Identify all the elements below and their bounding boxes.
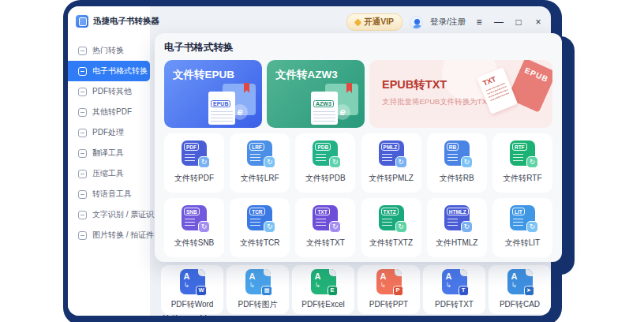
sidebar-item-ocr[interactable]: 文字识别 / 票证识别 (68, 204, 150, 225)
ocr-icon (78, 211, 87, 219)
convert-tile[interactable]: PMLZ ↻ 文件转PMLZ (361, 133, 421, 193)
letter-a-glyph: A (380, 271, 387, 281)
user-avatar[interactable] (410, 16, 423, 29)
convert-tile-label: 文件HTMLZ (427, 238, 487, 249)
format-doc-icon: TCR ↻ (247, 205, 272, 230)
sidebar-item-label: 热门转换 (92, 45, 124, 56)
format-doc-icon: LRF ↻ (247, 140, 272, 166)
close-icon[interactable]: × (532, 16, 545, 28)
sidebar-item-audio[interactable]: 转语音工具 (68, 184, 150, 204)
format-doc-icon: LIT ↻ (510, 205, 535, 230)
letter-a-glyph: A (249, 271, 256, 281)
refresh-icon: ↻ (198, 156, 210, 168)
target-format-chip: ➤ (524, 286, 534, 296)
pdf-convert-tile[interactable]: A ↳ W PDF转Word (161, 265, 223, 314)
hero-card-file-to-azw3[interactable]: 文件转AZW3 AZW3 e (267, 60, 365, 128)
format-badge: RB (447, 143, 459, 151)
pdf-doc-icon: A ↳ ➤ (507, 269, 533, 294)
compress-icon (78, 170, 87, 178)
sidebar-item-label: 转语音工具 (92, 189, 132, 200)
sidebar-item-label: 图片转换 / 拍证件照 (92, 230, 162, 241)
refresh-icon: ↻ (198, 221, 210, 233)
convert-tile[interactable]: PDB ↻ 文件转PDB (295, 133, 355, 193)
sidebar-item-ebook[interactable]: 电子书格式转换 (68, 61, 150, 81)
pdf-convert-tile-label: PDF转PPT (358, 299, 420, 310)
convert-tile[interactable]: SNB ↻ 文件转SNB (164, 198, 224, 257)
translate-icon (78, 149, 87, 158)
sidebar-item-pdf-to-other[interactable]: PDF转其他 (68, 81, 150, 102)
minimize-icon[interactable]: — (492, 16, 505, 28)
pdf-edit-icon (78, 129, 87, 137)
convert-tile[interactable]: PDF ↻ 文件转PDF (164, 133, 224, 193)
sidebar-item-pdf-edit[interactable]: PDF处理 (68, 122, 150, 143)
convert-tile[interactable]: HTMLZ ↻ 文件HTMLZ (427, 198, 487, 257)
pdf-doc-icon: A ↳ T (442, 269, 467, 294)
format-badge: TXTZ (381, 208, 399, 215)
format-doc-icon: HTMLZ ↻ (444, 205, 470, 230)
sidebar-item-label: 翻译工具 (92, 148, 124, 159)
convert-tile[interactable]: TXTZ ↻ 文件转TXTZ (361, 198, 421, 257)
format-badge: TXT (315, 208, 329, 215)
convert-tile[interactable]: LIT ↻ 文件转LIT (492, 198, 552, 257)
menu-icon[interactable]: ≡ (473, 16, 485, 28)
convert-tile-label: 文件转LRF (230, 173, 290, 184)
convert-arrow-icon: ↳ (315, 281, 321, 289)
pdf-convert-tile[interactable]: A ↳ T PDF转TXT (423, 265, 485, 314)
refresh-icon: ↻ (329, 221, 341, 233)
pdf-convert-tile[interactable]: A ↳ E PDF转Excel (292, 265, 354, 314)
convert-tile[interactable]: TXT ↻ 文件转TXT (295, 198, 355, 257)
pdf-convert-tile[interactable]: A ↳ P PDF转PPT (358, 265, 420, 314)
pdf-convert-tile[interactable]: A ↳ ➤ PDF转CAD (489, 265, 551, 314)
refresh-icon: ↻ (329, 156, 341, 168)
convert-tile-label: 文件转PDB (295, 173, 355, 184)
login-register-link[interactable]: 登录/注册 (430, 17, 466, 28)
format-doc-icon: SNB ↻ (182, 205, 207, 230)
sidebar-item-image[interactable]: 图片转换 / 拍证件照 (68, 225, 150, 245)
convert-tile[interactable]: RTF ↻ 文件转RTF (492, 133, 552, 193)
ebook-format-panel: 电子书格式转换 文件转EPUB EPUB e 文件转AZW3 AZW3 e (155, 33, 562, 262)
convert-arrow-icon: ↳ (446, 281, 452, 289)
pdf-doc-icon: A ↳ ▦ (245, 269, 271, 294)
target-format-chip: E (328, 286, 338, 296)
format-badge: EPUB (211, 100, 230, 107)
image-icon (78, 231, 87, 240)
sidebar-item-label: 电子书格式转换 (92, 66, 148, 77)
refresh-icon: ↻ (264, 156, 275, 168)
sidebar-item-translate[interactable]: 翻译工具 (68, 143, 150, 163)
pdf-convert-tile[interactable]: A ↳ ▦ PDF转图片 (227, 265, 289, 314)
format-badge: PDB (315, 143, 331, 151)
format-doc-icon: PDB ↻ (313, 140, 338, 166)
ebook-icon (78, 67, 87, 76)
hero-card-epub-to-txt[interactable]: EPUB转TXT 支持批量将EPUB文件转换为TXT格式 EPUB TXT (369, 60, 552, 128)
hero-card-label: EPUB转TXT (382, 77, 447, 92)
audio-icon (78, 190, 87, 199)
convert-arrow-icon: ↳ (380, 281, 387, 289)
app-logo-row: 迅捷电子书转换器 (68, 6, 150, 36)
convert-tile-label: 文件转TXT (295, 238, 355, 249)
sidebar-item-other-to-pdf[interactable]: 其他转PDF (68, 102, 150, 122)
hero-card-file-to-epub[interactable]: 文件转EPUB EPUB e (164, 60, 262, 128)
vip-label: 开通VIP (364, 17, 394, 28)
sidebar-item-fire[interactable]: 热门转换 (68, 40, 150, 61)
bookmark-icon (346, 83, 352, 93)
sidebar-item-compress[interactable]: 压缩工具 (68, 163, 150, 184)
convert-tile[interactable]: LRF ↻ 文件转LRF (230, 133, 290, 193)
vip-diamond-icon (354, 18, 362, 26)
convert-tile-label: 文件转TCR (230, 238, 290, 249)
format-badge: AZW3 (313, 100, 334, 107)
hero-card-row: 文件转EPUB EPUB e 文件转AZW3 AZW3 e EPUB转TXT 支… (164, 60, 552, 128)
convert-tile[interactable]: TCR ↻ 文件转TCR (230, 198, 290, 257)
sidebar-item-label: PDF转其他 (92, 86, 132, 97)
maximize-icon[interactable]: □ (512, 16, 525, 28)
screenshot-stage: 迅捷电子书转换器 热门转换 电子书格式转换 PDF转其他 其他转PDF PDF处… (0, 0, 644, 322)
fire-icon (78, 47, 87, 55)
open-vip-button[interactable]: 开通VIP (346, 13, 402, 31)
pdf-convert-tile-label: PDF转Word (161, 299, 223, 310)
format-badge: HTMLZ (447, 208, 469, 215)
convert-tile[interactable]: RB ↻ 文件转RB (427, 133, 487, 193)
format-badge: TCR (249, 208, 264, 215)
format-doc-icon: PMLZ ↻ (379, 140, 404, 166)
sidebar-item-label: PDF处理 (92, 127, 124, 138)
other-to-pdf-icon (78, 108, 87, 117)
letter-a-glyph: A (511, 271, 518, 281)
